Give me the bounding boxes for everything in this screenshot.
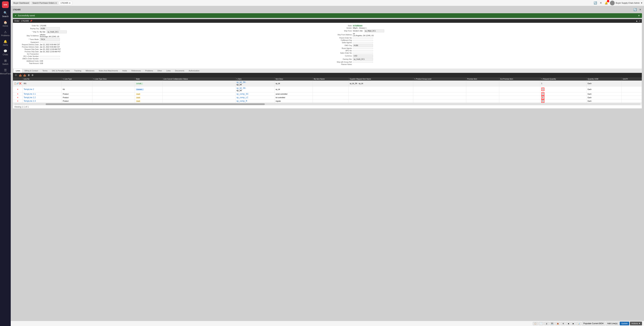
- refresh-button[interactable]: 🔄: [593, 1, 598, 5]
- close-button[interactable]: ✕: [599, 1, 602, 5]
- actions-button[interactable]: Actions ▼: [630, 322, 642, 325]
- value-add-costs: 0.00: [40, 60, 43, 62]
- tab-documents[interactable]: Documents: [173, 68, 186, 73]
- value-ship-to-addr: sdfsdssAnchorage, AA 12345, US: [40, 34, 59, 37]
- input-currency[interactable]: USD: [353, 54, 373, 57]
- row-my-item: [313, 96, 349, 99]
- input-equipment[interactable]: [40, 42, 60, 43]
- row-line-link[interactable]: TempLine 2.3: [24, 100, 36, 102]
- row-promise-item: [466, 96, 499, 99]
- delete-button[interactable]: ✕: [17, 96, 18, 98]
- input-sales-order[interactable]: [353, 53, 373, 54]
- maximize-icon[interactable]: ⤢: [639, 20, 640, 22]
- success-close-button[interactable]: ✕: [638, 14, 640, 17]
- lines-delete-button[interactable]: 🗑: [27, 73, 30, 77]
- row-line-link[interactable]: TempLine 2: [24, 88, 34, 90]
- input-trans-mode[interactable]: TRCK: [40, 38, 60, 41]
- bottom-icon-6[interactable]: ⚙: [561, 322, 566, 325]
- bottom-icon-1[interactable]: 📋: [533, 322, 538, 325]
- delete-button[interactable]: ✕: [17, 88, 18, 90]
- form-row-add-costs: Additional Costs: 0.00: [16, 60, 326, 62]
- lines-import-button[interactable]: 📥: [18, 73, 22, 77]
- sidebar-item-home[interactable]: 🏠 Home: [0, 19, 11, 28]
- input-owning-site[interactable]: sp_Hub6_DC1: [353, 58, 373, 61]
- bottom-icon-2[interactable]: 📄: [538, 322, 544, 325]
- form-row-trans-mode: * Trans Mode: TRCK: [16, 38, 326, 41]
- tab-authorization[interactable]: Authorization: [186, 68, 202, 73]
- input-omo-order[interactable]: [40, 58, 60, 59]
- col-line-type-desc: Line Type Desc: [92, 77, 135, 81]
- update-button[interactable]: Update: [620, 322, 629, 325]
- tab-notes[interactable]: Notes And Attachments: [96, 68, 120, 73]
- tab-other[interactable]: Other: [155, 68, 164, 73]
- close-search-po-icon[interactable]: ⊗: [55, 2, 57, 4]
- delete-button[interactable]: ✕: [17, 93, 18, 95]
- input-buyer-agents[interactable]: [353, 48, 373, 49]
- sidebar-item-chats[interactable]: 💬 Chats: [0, 48, 11, 57]
- lines-add-button[interactable]: ➕: [14, 73, 18, 77]
- breadcrumb-order[interactable]: 1762495 ⊗: [59, 1, 72, 5]
- tab-links[interactable]: Links: [164, 68, 173, 73]
- input-fulfill-org[interactable]: [353, 40, 373, 41]
- scroll-thumb[interactable]: [46, 103, 265, 105]
- tab-milestones[interactable]: Milestones: [83, 68, 96, 73]
- lines-settings-button[interactable]: ⚙: [31, 73, 34, 77]
- input-3pl[interactable]: [40, 56, 60, 57]
- sidebar-item-switch[interactable]: ⊞ Switch: [0, 57, 11, 67]
- tab-references[interactable]: References: [129, 68, 143, 73]
- user-dropdown-icon[interactable]: ▼: [641, 2, 643, 4]
- bottom-icon-7[interactable]: ◀: [566, 322, 570, 325]
- input-ship-from-code[interactable]: sp_MfgA_DC1: [364, 29, 384, 32]
- row-request-qty[interactable]: 6: [540, 96, 586, 99]
- bottom-icon-3[interactable]: 🖨: [544, 322, 549, 325]
- bottom-icon-5[interactable]: 📤: [555, 322, 560, 325]
- tab-sac[interactable]: SAC & Penalty Codes: [50, 68, 72, 73]
- tab-tracking[interactable]: Tracking: [72, 68, 84, 73]
- row-item-link[interactable]: sp_kit_SK-: [236, 81, 246, 83]
- tab-holds[interactable]: Holds: [120, 68, 129, 73]
- input-bpo[interactable]: [353, 50, 373, 51]
- input-omo-org[interactable]: HUB6: [353, 44, 373, 47]
- tab-problems[interactable]: Problems: [143, 68, 155, 73]
- input-buying-org[interactable]: HUB6: [40, 27, 60, 30]
- tab-billing[interactable]: Billing & Contact: [22, 68, 40, 73]
- tab-terms[interactable]: Terms: [40, 68, 50, 73]
- breadcrumb-buyer-dashboard[interactable]: Buyer Dashboard: [12, 1, 30, 5]
- row-item-link[interactable]: sp_kit_SK-: [236, 87, 246, 89]
- row-supplier-item: sp_kit_SK - sp_kit: [349, 81, 413, 86]
- tab-lines[interactable]: Lines: [14, 68, 22, 73]
- row-request-qty[interactable]: 3: [540, 86, 586, 92]
- input-ship-to-code[interactable]: sp_Hub6_DC1: [46, 30, 67, 33]
- page-close-button[interactable]: ✕: [638, 7, 642, 12]
- add-lines-button[interactable]: Add Line(s): [606, 322, 619, 325]
- bottom-chart-button[interactable]: 📊: [576, 322, 581, 325]
- breadcrumb-search-po[interactable]: Search Purchase Orders ⊗: [31, 1, 58, 5]
- expand-icon[interactable]: ▲: [636, 20, 638, 22]
- label-ship-from-addr: Ship From Address:: [329, 34, 352, 36]
- delete-button[interactable]: ✕: [17, 100, 18, 102]
- sidebar-item-problems[interactable]: ⚠ Problems: [0, 29, 11, 38]
- app-logo[interactable]: one: [2, 1, 9, 8]
- row-checkbox[interactable]: 📋🔗❌: [13, 81, 23, 86]
- row-item-link[interactable]: sp_comp_LC: [236, 96, 248, 99]
- populate-boh-button[interactable]: Populate Current BOH: [582, 322, 605, 325]
- input-parent-order[interactable]: [353, 37, 373, 38]
- sidebar-item-search[interactable]: 🔍 Search: [0, 10, 11, 19]
- horizontal-scrollbar[interactable]: [13, 103, 642, 105]
- label-ship-group: Ship with Group Ref:: [329, 61, 352, 63]
- page-refresh-button[interactable]: 🔄: [633, 7, 638, 12]
- close-order-icon[interactable]: ⊗: [69, 2, 70, 4]
- row-line-link[interactable]: TempLine 2.2: [24, 96, 36, 99]
- sidebar-item-alerts[interactable]: 🔔 Alerts: [0, 38, 11, 47]
- bottom-icon-4[interactable]: 💾: [550, 322, 554, 325]
- row-item-link[interactable]: sp_comp_R: [236, 100, 247, 102]
- input-ship-group[interactable]: [353, 62, 373, 63]
- row-request-qty[interactable]: 9: [540, 99, 586, 103]
- row-request-qty[interactable]: 3: [540, 92, 586, 96]
- lines-export-button[interactable]: 📤: [23, 73, 26, 77]
- input-seller-agents[interactable]: [353, 42, 373, 43]
- bottom-icon-8[interactable]: ▶: [571, 322, 576, 325]
- row-line-link[interactable]: TempLine 2.1: [24, 93, 36, 95]
- row-item-link[interactable]: sp_comp_SC: [236, 93, 248, 95]
- sidebar-item-menus[interactable]: ☰ Menus/Favs: [0, 67, 11, 76]
